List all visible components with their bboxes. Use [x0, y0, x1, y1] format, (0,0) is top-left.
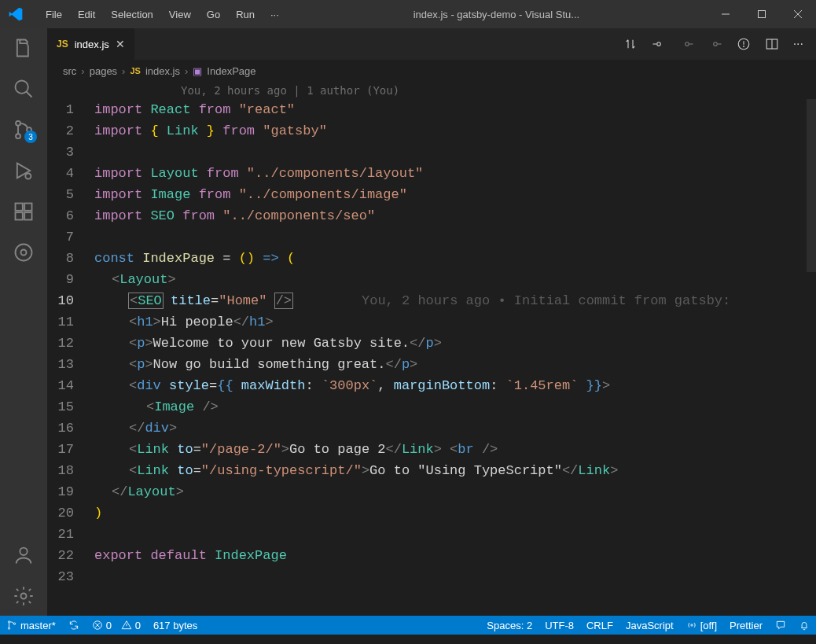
line-number: 21: [47, 524, 94, 545]
menu-go[interactable]: Go: [200, 4, 226, 25]
svg-point-29: [8, 621, 9, 623]
codelens-authors[interactable]: You, 2 hours ago | 1 author (You): [47, 82, 816, 99]
run-debug-icon[interactable]: [12, 159, 35, 182]
line-number: 15: [47, 396, 94, 418]
extensions-icon[interactable]: [12, 200, 35, 223]
close-button[interactable]: [780, 0, 816, 28]
settings-icon[interactable]: [12, 584, 35, 608]
menu-view[interactable]: View: [163, 4, 197, 25]
menu-more[interactable]: ···: [264, 4, 285, 25]
status-problems[interactable]: 0 0: [86, 616, 147, 635]
svg-point-26: [743, 46, 744, 47]
svg-point-6: [16, 121, 20, 126]
line-number: 12: [47, 333, 94, 354]
scrollbar-thumb[interactable]: [807, 99, 816, 272]
accounts-icon[interactable]: [12, 543, 35, 567]
maximize-button[interactable]: [744, 0, 780, 28]
svg-rect-10: [16, 204, 23, 211]
line-number: 6: [47, 205, 94, 226]
tab-bar: JS index.js ✕ ···: [47, 28, 816, 60]
explorer-icon[interactable]: [12, 36, 35, 60]
status-language[interactable]: JavaScript: [619, 620, 680, 631]
prev-change-icon[interactable]: [652, 37, 666, 51]
line-number: 4: [47, 163, 94, 184]
js-file-icon: JS: [130, 66, 140, 75]
editor-group: JS index.js ✕ ··· src › pages › JS index…: [47, 28, 816, 616]
status-filesize[interactable]: 617 bytes: [147, 616, 204, 635]
svg-point-14: [16, 245, 32, 261]
svg-point-15: [21, 250, 27, 256]
status-encoding[interactable]: UTF-8: [538, 620, 580, 631]
menu-file[interactable]: File: [39, 4, 68, 25]
breadcrumb[interactable]: src › pages › JS index.js › ▣ IndexPage: [47, 60, 816, 82]
scm-badge: 3: [24, 131, 37, 143]
minimize-button[interactable]: [708, 0, 744, 28]
line-number: 2: [47, 120, 94, 142]
svg-point-18: [656, 42, 660, 46]
menu-bar: File Edit Selection View Go Run ···: [31, 4, 285, 25]
status-bar: master* 0 0 617 bytes Spaces: 2 UTF-8 CR…: [0, 616, 816, 635]
code-editor[interactable]: 1import React from "react" 2import { Lin…: [47, 99, 816, 616]
svg-line-5: [27, 92, 32, 98]
svg-rect-11: [16, 212, 23, 219]
line-number: 9: [47, 269, 94, 290]
chevron-right-icon: ›: [81, 65, 84, 77]
line-number: 7: [47, 226, 94, 248]
svg-point-30: [8, 627, 9, 629]
line-number: 8: [47, 248, 94, 269]
line-number: 16: [47, 418, 94, 439]
window-controls: [708, 0, 816, 28]
breadcrumb-pages[interactable]: pages: [90, 65, 117, 77]
revision-nav-icon[interactable]: [708, 37, 722, 51]
breadcrumb-src[interactable]: src: [63, 65, 76, 77]
vscode-icon: [8, 6, 24, 22]
svg-rect-1: [759, 11, 766, 18]
source-control-icon[interactable]: 3: [12, 118, 35, 142]
compare-changes-icon[interactable]: [623, 37, 638, 51]
status-feedback-icon[interactable]: [769, 620, 792, 631]
line-number: 19: [47, 481, 94, 502]
scrollbar[interactable]: [807, 99, 816, 616]
line-number: 11: [47, 311, 94, 333]
line-number: 18: [47, 460, 94, 481]
line-number: 23: [47, 566, 94, 587]
line-number: 1: [47, 99, 94, 120]
line-number: 14: [47, 375, 94, 396]
svg-point-4: [16, 81, 28, 94]
window-title: index.js - gatsby-demo - Visual Stu...: [285, 9, 708, 20]
line-number: 13: [47, 354, 94, 375]
js-file-icon: JS: [57, 39, 68, 50]
status-prettier[interactable]: Prettier: [723, 620, 769, 631]
status-sync[interactable]: [62, 616, 86, 635]
status-bell-icon[interactable]: [792, 620, 816, 631]
menu-selection[interactable]: Selection: [105, 4, 159, 25]
line-number: 3: [47, 142, 94, 163]
status-eol[interactable]: CRLF: [580, 620, 619, 631]
chevron-right-icon: ›: [122, 65, 125, 77]
line-number: 22: [47, 545, 94, 566]
svg-point-16: [20, 548, 27, 555]
breadcrumb-symbol[interactable]: IndexPage: [207, 65, 255, 77]
menu-run[interactable]: Run: [230, 4, 261, 25]
tab-index-js[interactable]: JS index.js ✕: [47, 28, 135, 60]
line-number: 5: [47, 184, 94, 205]
line-number: 10: [47, 290, 94, 311]
search-icon[interactable]: [12, 77, 35, 101]
svg-point-22: [713, 42, 717, 46]
tab-close-icon[interactable]: ✕: [116, 38, 125, 50]
toggle-annotations-icon[interactable]: [737, 37, 751, 51]
menu-edit[interactable]: Edit: [72, 4, 101, 25]
status-spaces[interactable]: Spaces: 2: [480, 620, 538, 631]
svg-point-9: [25, 174, 31, 179]
split-editor-icon[interactable]: [765, 37, 779, 51]
status-go-live[interactable]: [off]: [680, 620, 723, 631]
line-number: 20: [47, 502, 94, 524]
chevron-right-icon: ›: [185, 65, 188, 77]
breadcrumb-file[interactable]: index.js: [145, 65, 180, 77]
next-change-icon[interactable]: [680, 37, 694, 51]
line-number: 17: [47, 439, 94, 460]
more-actions-icon[interactable]: ···: [793, 37, 803, 51]
status-branch[interactable]: master*: [0, 616, 62, 635]
tab-label: index.js: [75, 39, 109, 50]
gitlens-icon[interactable]: [12, 241, 35, 264]
